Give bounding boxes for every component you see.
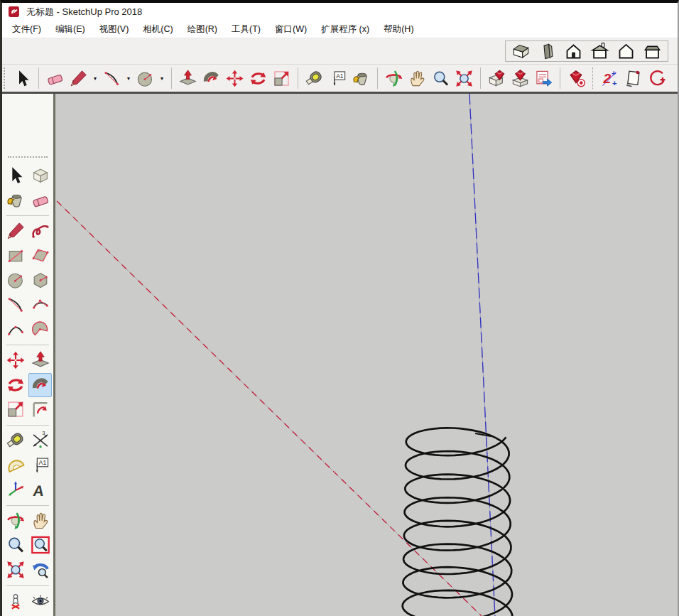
line-icon — [6, 221, 26, 241]
line-tool-button[interactable] — [67, 67, 89, 90]
tool-row — [2, 589, 53, 614]
section-plane-tool-button[interactable] — [28, 613, 52, 616]
arc-tool-button[interactable] — [28, 293, 52, 317]
eraser-tool-button[interactable] — [28, 188, 52, 212]
menu-item-draw[interactable]: 绘图(R) — [180, 21, 224, 38]
view-iso-tool-button[interactable] — [510, 40, 532, 63]
send-layout-tool-button[interactable] — [533, 67, 555, 90]
menu-item-camera[interactable]: 相机(C) — [136, 21, 180, 38]
toolbar-grip[interactable] — [8, 156, 48, 162]
tool-row — [2, 293, 53, 318]
position-camera-tool-button[interactable] — [4, 589, 27, 613]
plugin-note-tool-button[interactable] — [622, 67, 644, 90]
circle-dropdown-arrow-icon[interactable]: ▼ — [158, 76, 166, 81]
tool-row — [2, 188, 53, 213]
plugin-arc-tool-button[interactable] — [646, 67, 668, 90]
previous-tool-button[interactable] — [28, 558, 52, 582]
menu-item-file[interactable]: 文件(F) — [5, 21, 48, 38]
text3d-tool-button[interactable] — [28, 477, 52, 502]
protractor-tool-button[interactable] — [4, 453, 27, 477]
helix-curve[interactable] — [403, 428, 513, 616]
dimension-tool-button[interactable] — [28, 428, 52, 453]
line-icon — [69, 69, 88, 88]
text-tool-button[interactable] — [327, 67, 349, 90]
move-tool-button[interactable] — [4, 348, 27, 372]
menu-item-help[interactable]: 帮助(H) — [376, 21, 420, 38]
select-tool-button[interactable] — [11, 67, 33, 90]
tool-row — [2, 613, 53, 616]
pushpull-tool-button[interactable] — [28, 348, 52, 372]
orbit-tool-button[interactable] — [383, 67, 405, 90]
view-right-tool-button[interactable] — [536, 40, 558, 63]
plugin-2point-tool-button[interactable] — [599, 67, 621, 90]
toolbar-grip[interactable] — [4, 67, 9, 89]
followme-tool-button[interactable] — [28, 373, 52, 397]
freehand-tool-button[interactable] — [28, 219, 52, 243]
polygon-tool-button[interactable] — [28, 268, 52, 292]
send-layout-icon — [534, 69, 553, 88]
menu-item-window[interactable]: 窗口(W) — [268, 21, 314, 38]
view-front-tool-button[interactable] — [563, 40, 585, 63]
rotated-rectangle-tool-button[interactable] — [28, 244, 52, 268]
view-back-tool-button[interactable] — [589, 40, 611, 63]
zoom-tool-button[interactable] — [4, 533, 27, 557]
rectangle-tool-button[interactable] — [4, 244, 27, 268]
followme-tool-button[interactable] — [200, 67, 222, 90]
make-component-icon — [31, 166, 50, 185]
zoom-window-tool-button[interactable] — [28, 533, 52, 557]
paint-tool-button[interactable] — [4, 188, 27, 212]
polygon-icon — [31, 270, 50, 290]
view-right-icon — [538, 42, 557, 61]
menu-item-extensions[interactable]: 扩展程序 (x) — [314, 21, 376, 38]
rotate-icon — [249, 69, 268, 88]
scale-tool-button[interactable] — [4, 397, 27, 421]
line-dropdown-arrow-icon[interactable]: ▼ — [91, 76, 99, 81]
title-bar[interactable]: 无标题 - SketchUp Pro 2018 — [2, 3, 678, 21]
toolbar-separator — [171, 67, 172, 89]
orbit-tool-button[interactable] — [4, 509, 27, 533]
tape-tool-button[interactable] — [4, 428, 27, 453]
make-component-tool-button[interactable] — [28, 163, 52, 188]
arc2-tool-button[interactable] — [4, 293, 27, 317]
circle-tool-button[interactable] — [4, 268, 27, 292]
offset-tool-button[interactable] — [28, 397, 52, 421]
select-tool-button[interactable] — [4, 163, 27, 188]
arc2-dropdown-arrow-icon[interactable]: ▼ — [124, 76, 133, 81]
zoom-tool-button[interactable] — [430, 67, 452, 90]
menu-item-view[interactable]: 视图(V) — [92, 21, 136, 38]
walk-tool-button[interactable] — [4, 613, 27, 616]
tape-tool-button[interactable] — [303, 67, 325, 90]
move-tool-button[interactable] — [224, 67, 246, 90]
view-left-tool-button[interactable] — [615, 40, 637, 63]
drawing-viewport[interactable] — [55, 94, 678, 616]
menu-item-edit[interactable]: 编辑(E) — [48, 21, 92, 38]
arc2-tool-button[interactable] — [101, 67, 123, 90]
plugin-2point-icon — [600, 69, 619, 88]
text-tool-button[interactable] — [28, 453, 52, 477]
pushpull-tool-button[interactable] — [177, 67, 199, 90]
circle-tool-button[interactable] — [134, 67, 156, 90]
scale-tool-button[interactable] — [271, 67, 293, 90]
eraser-tool-button[interactable] — [44, 67, 66, 90]
arc3-tool-button[interactable] — [4, 318, 27, 342]
menu-item-tools[interactable]: 工具(T) — [224, 21, 268, 38]
arc2-icon — [102, 69, 121, 88]
line-tool-button[interactable] — [4, 219, 27, 243]
tool-row — [2, 397, 53, 422]
warehouse-3d-tool-button[interactable] — [486, 67, 508, 90]
look-around-tool-button[interactable] — [28, 589, 52, 613]
share-model-tool-button[interactable] — [509, 67, 531, 90]
pie-tool-button[interactable] — [28, 318, 52, 342]
extension-warehouse-tool-button[interactable] — [565, 67, 587, 90]
zoom-extents-tool-button[interactable] — [4, 558, 27, 582]
zoom-extents-tool-button[interactable] — [453, 67, 475, 90]
view-top-tool-button[interactable] — [641, 40, 663, 63]
rotate-tool-button[interactable] — [247, 67, 269, 90]
paint-tool-button[interactable] — [350, 67, 372, 90]
pan-tool-button[interactable] — [28, 509, 52, 533]
axes-tool-button[interactable] — [4, 477, 27, 502]
rotate-tool-button[interactable] — [4, 373, 27, 397]
pan-tool-button[interactable] — [406, 67, 428, 90]
toolbar-section-separator — [6, 505, 49, 506]
followme-icon — [31, 375, 50, 395]
